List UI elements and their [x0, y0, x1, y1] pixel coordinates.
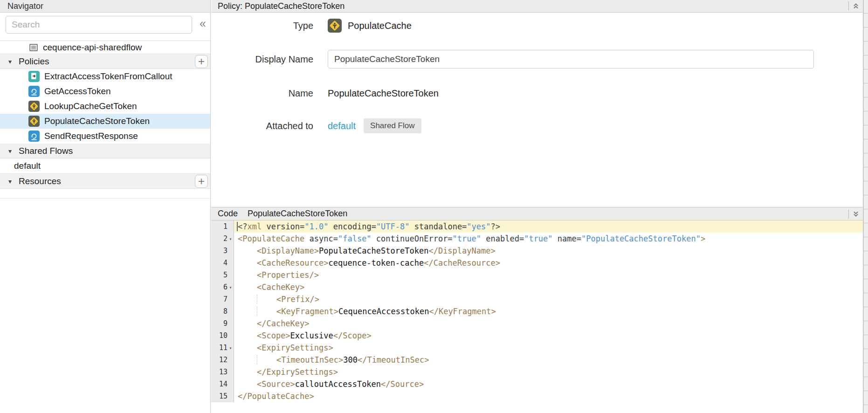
section-header-policies[interactable]: ▾ Policies+ [0, 54, 210, 69]
search-input[interactable] [6, 16, 192, 34]
section-expanded-icon: ▾ [8, 178, 15, 185]
name-row: Name PopulateCacheStoreToken [211, 85, 439, 101]
docked-panel-strip[interactable] [863, 0, 868, 413]
code-panel-header: Code PopulateCacheStoreToken [211, 207, 863, 220]
add-resources-button[interactable]: + [195, 175, 208, 188]
sidebar-item-default[interactable]: default [0, 158, 210, 174]
fold-icon[interactable]: ▾ [227, 345, 234, 351]
line-number: 12 [211, 356, 227, 364]
collapse-sidebar-icon[interactable]: « [198, 18, 208, 28]
tree-item-label: default [14, 161, 41, 171]
line-number: 2 [211, 234, 227, 243]
type-row: Type PopulateCache [211, 18, 412, 34]
collapse-code-panel-icon[interactable] [849, 210, 863, 218]
line-number: 8 [211, 307, 227, 316]
gutter-line: 15 [211, 390, 234, 402]
navigator-title: Navigator [7, 1, 43, 11]
line-number: 14 [211, 380, 227, 388]
code-line-1: <?xml version="1.0" encoding="UTF-8" sta… [234, 220, 863, 233]
policy-item-label: SendRequestResponse [44, 131, 138, 141]
code-line-4: <CacheResource>cequence-token-cache</Cac… [234, 257, 863, 269]
gutter-line: 2 ▾ [211, 233, 234, 245]
code-line-5: <Properties/> [234, 269, 863, 281]
navigator-tree: cequence-api-sharedflow▾ Policies+ Extra… [0, 41, 210, 199]
code-editor[interactable]: 1 2 ▾3 4 5 6 ▾7 8 9 10 11 ▾12 13 14 15 <… [211, 220, 863, 413]
code-line-15: </PopulateCache> [234, 390, 863, 402]
line-number: 4 [211, 259, 227, 267]
section-label: Shared Flows [19, 146, 73, 156]
line-number: 15 [211, 392, 227, 400]
type-value: PopulateCache [348, 21, 412, 31]
code-line-8: <KeyFragment>CequenceAccesstoken</KeyFra… [234, 305, 863, 317]
gutter-line: 14 [211, 378, 234, 390]
service-callout-icon [28, 131, 40, 142]
main-area: Policy: PopulateCacheStoreToken Type Pop… [211, 0, 863, 413]
collapse-policy-panel-icon[interactable] [849, 2, 863, 10]
line-number: 10 [211, 331, 227, 340]
fold-icon[interactable]: ▾ [227, 236, 234, 241]
section-label: Policies [19, 56, 49, 67]
gutter-line: 10 [211, 330, 234, 342]
gutter-line: 6 ▾ [211, 281, 234, 293]
line-number: 6 [211, 283, 227, 291]
tree-empty-area [0, 189, 210, 199]
tree-item-label: cequence-api-sharedflow [43, 42, 142, 53]
line-number: 11 [211, 344, 227, 352]
gutter-line: 12 [211, 354, 234, 366]
app-window: Navigator « cequence-api-sharedflow▾ Pol… [0, 0, 868, 413]
code-line-14: <Source>calloutAccessToken</Source> [234, 378, 863, 390]
sidebar-item-getaccesstoken[interactable]: GetAccessToken [0, 84, 210, 99]
code-line-13: </ExpirySettings> [234, 366, 863, 378]
service-callout-icon [28, 86, 40, 97]
extract-variables-icon [28, 71, 40, 82]
gutter-line: 7 [211, 293, 234, 305]
policy-item-label: ExtractAccessTokenFromCallout [44, 71, 172, 82]
gutter-line: 11 ▾ [211, 342, 234, 354]
cache-icon [28, 101, 40, 112]
name-label: Name [211, 88, 313, 99]
attached-flow-link[interactable]: default [328, 121, 356, 131]
line-number: 7 [211, 295, 227, 303]
tree-item-root[interactable]: cequence-api-sharedflow [0, 41, 210, 54]
policy-detail-form: Type PopulateCache Display Name Name Pop… [211, 13, 863, 207]
code-line-6: <CacheKey> [234, 281, 863, 293]
policy-item-label: LookupCacheGetToken [44, 101, 137, 111]
text-cursor [237, 222, 238, 231]
navigator-header: Navigator [0, 0, 210, 13]
sharedflow-list-icon [29, 43, 38, 52]
populate-cache-policy-icon [328, 19, 342, 33]
section-header-resources[interactable]: ▾ Resources+ [0, 174, 210, 189]
code-line-7: <Prefix/> [234, 293, 863, 305]
line-number: 13 [211, 368, 227, 376]
sidebar-item-lookupcachegettoken[interactable]: LookupCacheGetToken [0, 99, 210, 114]
shared-flow-badge: Shared Flow [364, 118, 421, 133]
navigator-sidebar: Navigator « cequence-api-sharedflow▾ Pol… [0, 0, 211, 413]
policy-panel-header: Policy: PopulateCacheStoreToken [211, 0, 863, 13]
gutter-line: 9 [211, 317, 234, 330]
section-expanded-icon: ▾ [8, 147, 15, 155]
fold-icon[interactable]: ▾ [227, 285, 234, 290]
attached-to-row: Attached to default Shared Flow [211, 118, 421, 134]
search-area: « [0, 13, 210, 41]
code-line-2: <PopulateCache async="false" continueOnE… [234, 233, 863, 245]
sidebar-item-sendrequestresponse[interactable]: SendRequestResponse [0, 129, 210, 144]
add-policies-button[interactable]: + [195, 55, 208, 68]
code-tab-label: Code [218, 209, 238, 219]
gutter-line: 8 [211, 305, 234, 317]
display-name-field[interactable] [328, 50, 814, 69]
name-value: PopulateCacheStoreToken [328, 88, 439, 99]
policy-item-label: GetAccessToken [44, 86, 111, 96]
section-label: Resources [19, 176, 61, 186]
line-number: 5 [211, 271, 227, 279]
line-number: 1 [211, 222, 227, 231]
type-label: Type [211, 21, 313, 31]
code-lines: <?xml version="1.0" encoding="UTF-8" sta… [234, 220, 863, 402]
code-line-10: <Scope>Exclusive</Scope> [234, 330, 863, 342]
gutter-line: 3 [211, 245, 234, 257]
section-header-shared-flows[interactable]: ▾ Shared Flows [0, 144, 210, 158]
gutter-line: 4 [211, 257, 234, 269]
sidebar-item-extractaccesstokenfromcallout[interactable]: ExtractAccessTokenFromCallout [0, 69, 210, 84]
display-name-row: Display Name [211, 50, 814, 69]
code-file-title: PopulateCacheStoreToken [248, 209, 347, 219]
sidebar-item-populatecachestoretoken[interactable]: PopulateCacheStoreToken [0, 114, 210, 129]
